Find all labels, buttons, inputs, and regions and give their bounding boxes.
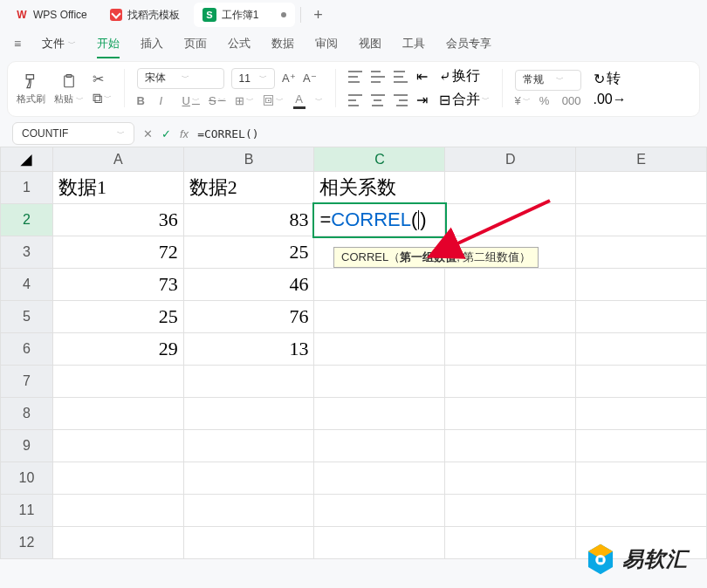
fill-color-button[interactable]: 🞖 ﹀ (263, 94, 284, 107)
cell-b4[interactable]: 46 (183, 269, 314, 301)
cell[interactable] (445, 527, 576, 559)
cell[interactable] (576, 430, 707, 462)
cell[interactable] (445, 430, 576, 462)
file-menu[interactable]: 文件 ﹀ (42, 36, 76, 51)
column-header-b[interactable]: B (183, 147, 314, 172)
cell[interactable] (576, 462, 707, 495)
cell[interactable] (52, 462, 183, 495)
cell-b5[interactable]: 76 (183, 301, 314, 333)
cell-d5[interactable] (445, 301, 576, 333)
menu-page[interactable]: 页面 (184, 36, 207, 51)
row-header-5[interactable]: 5 (1, 301, 53, 333)
menu-view[interactable]: 视图 (359, 36, 381, 51)
row-header-10[interactable]: 10 (1, 462, 53, 495)
cell[interactable] (183, 398, 314, 430)
cell-b6[interactable]: 13 (183, 333, 314, 366)
cell[interactable] (314, 366, 445, 398)
cell-a1[interactable]: 数据1 (52, 172, 183, 204)
cell[interactable] (183, 462, 314, 495)
row-header-11[interactable]: 11 (1, 495, 53, 527)
row-header-2[interactable]: 2 (1, 204, 53, 236)
select-all-corner[interactable]: ◢ (1, 147, 53, 172)
cell-a3[interactable]: 72 (52, 236, 183, 269)
spreadsheet-grid[interactable]: ◢ A B C D E 1 数据1 数据2 相关系数 2 36 83 =CORR… (0, 147, 707, 559)
cell-e6[interactable] (576, 333, 707, 366)
cell-d4[interactable] (445, 269, 576, 301)
row-header-8[interactable]: 8 (1, 398, 53, 430)
cell[interactable] (52, 366, 183, 398)
cell[interactable] (52, 430, 183, 462)
comma-style-button[interactable]: 000 (562, 94, 581, 107)
copy-button[interactable]: ⧉ ﹀ (93, 91, 112, 106)
decrease-font-button[interactable]: A⁻ (303, 72, 317, 85)
row-header-12[interactable]: 12 (1, 527, 53, 559)
cell[interactable] (576, 398, 707, 430)
merge-cells-button[interactable]: ⊟ 合并 ﹀ (439, 91, 490, 109)
italic-button[interactable]: I (160, 94, 174, 107)
cell[interactable] (445, 398, 576, 430)
cell[interactable] (445, 495, 576, 527)
menu-insert[interactable]: 插入 (141, 36, 163, 51)
cell-e5[interactable] (576, 301, 707, 333)
bold-button[interactable]: B (137, 94, 151, 107)
tab-templates[interactable]: 找稻壳模板 (101, 3, 189, 27)
tab-workbook[interactable]: S 工作簿1 (194, 3, 296, 27)
cell-b1[interactable]: 数据2 (183, 172, 314, 204)
cell-a2[interactable]: 36 (52, 204, 183, 236)
cell[interactable] (314, 462, 445, 495)
cell[interactable] (314, 527, 445, 559)
cell-e4[interactable] (576, 269, 707, 301)
wrap-text-button[interactable]: ⤶ 换行 (439, 67, 480, 85)
cell[interactable] (52, 398, 183, 430)
tab-wps-office[interactable]: W WPS Office (7, 3, 96, 27)
hamburger-icon[interactable]: ≡ (14, 37, 21, 51)
cell[interactable] (183, 430, 314, 462)
cell[interactable] (183, 527, 314, 559)
font-name-select[interactable]: 宋体 ﹀ (137, 68, 224, 89)
menu-start[interactable]: 开始 (97, 36, 120, 51)
cell[interactable] (576, 495, 707, 527)
menu-data[interactable]: 数据 (271, 36, 294, 51)
cell-c1[interactable]: 相关系数 (314, 172, 445, 204)
increase-font-button[interactable]: A⁺ (282, 72, 296, 85)
indent-decrease-button[interactable]: ⇤ (416, 68, 430, 85)
cell[interactable] (183, 366, 314, 398)
align-bottom-button[interactable] (394, 71, 408, 83)
menu-formula[interactable]: 公式 (228, 36, 251, 51)
cell-b3[interactable]: 25 (183, 236, 314, 269)
paste-button[interactable]: 粘贴 ﹀ (54, 72, 84, 106)
align-left-button[interactable] (348, 94, 362, 106)
cell-a5[interactable]: 25 (52, 301, 183, 333)
cell-c4[interactable] (314, 269, 445, 301)
font-color-button[interactable]: A (292, 92, 306, 109)
currency-button[interactable]: ¥ ﹀ (515, 94, 531, 107)
row-header-1[interactable]: 1 (1, 172, 53, 204)
column-header-e[interactable]: E (576, 147, 707, 172)
add-tab-button[interactable]: + (306, 3, 329, 26)
cell-b2[interactable]: 83 (183, 204, 314, 236)
cell-e3[interactable] (576, 236, 707, 269)
row-header-9[interactable]: 9 (1, 430, 53, 462)
cell[interactable] (52, 527, 183, 559)
cell[interactable] (183, 495, 314, 527)
formula-input[interactable]: =CORREL() (197, 127, 258, 140)
fx-icon[interactable]: fx (180, 127, 189, 140)
row-header-7[interactable]: 7 (1, 366, 53, 398)
percent-button[interactable]: % (539, 94, 553, 107)
align-top-button[interactable] (348, 71, 362, 83)
format-painter-button[interactable]: 格式刷 (17, 72, 45, 106)
cell[interactable] (576, 366, 707, 398)
indent-increase-button[interactable]: ⇥ (416, 92, 430, 108)
align-middle-button[interactable] (371, 71, 385, 83)
column-header-a[interactable]: A (52, 147, 183, 172)
formula-cancel-button[interactable]: ✕ (143, 127, 153, 140)
decrease-decimal-button[interactable]: .00→ (594, 92, 627, 107)
menu-review[interactable]: 审阅 (315, 36, 338, 51)
cell-e1[interactable] (576, 172, 707, 204)
cell[interactable] (314, 430, 445, 462)
cell[interactable] (445, 462, 576, 495)
formula-confirm-button[interactable]: ✓ (161, 127, 171, 140)
rotate-text-button[interactable]: ↻ 转 (594, 70, 627, 88)
cell-d6[interactable] (445, 333, 576, 366)
number-format-select[interactable]: 常规 ﹀ (515, 70, 581, 91)
